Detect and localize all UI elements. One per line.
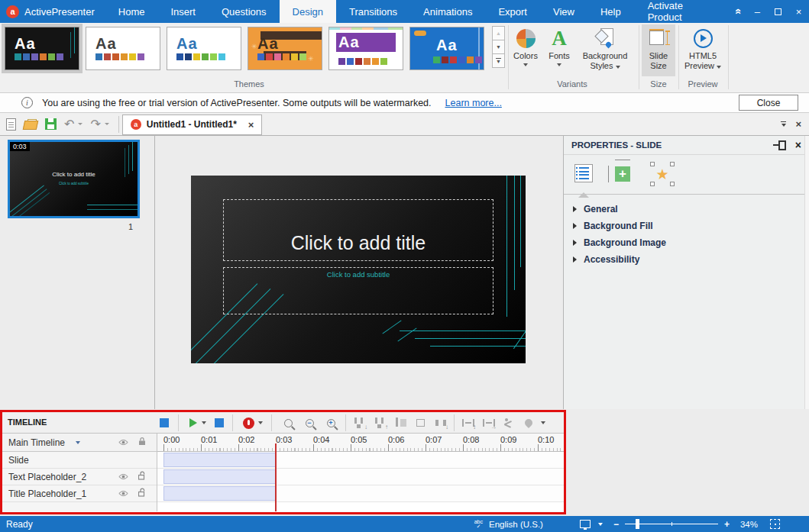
play-dropdown[interactable]	[200, 415, 208, 430]
play-button[interactable]	[186, 415, 201, 430]
properties-close-icon[interactable]: ×	[795, 140, 801, 150]
slide-canvas[interactable]: Click to add title Click to add subtitle	[155, 136, 563, 409]
new-document-icon[interactable]	[6, 118, 16, 131]
open-folder-icon[interactable]	[24, 119, 37, 130]
merge-time-button[interactable]: →	[481, 415, 497, 430]
maximize-button[interactable]	[768, 0, 788, 23]
gallery-more-icon[interactable]: ▼	[492, 53, 505, 68]
record-dropdown[interactable]	[257, 415, 264, 430]
language-indicator[interactable]: English (U.S.)	[489, 520, 543, 529]
notification-close-button[interactable]: Close	[739, 95, 798, 111]
duration-bar-title-placeholder-1[interactable]	[163, 486, 276, 501]
learn-more-link[interactable]: Learn more...	[445, 98, 502, 108]
zoom-in-control[interactable]: +	[724, 519, 730, 530]
insert-time-button[interactable]: ↓	[352, 415, 367, 430]
delete-range-button[interactable]	[393, 415, 409, 430]
duration-bar-slide[interactable]	[163, 453, 276, 467]
slide-thumbnail[interactable]: 0:03 Click to add title Click to add sub…	[8, 140, 140, 218]
tab-general-properties[interactable]	[574, 164, 593, 182]
effect-drop-button[interactable]	[521, 415, 536, 430]
expand-time-button[interactable]: ↕	[461, 415, 476, 430]
timeline-track-slide[interactable]	[157, 452, 564, 469]
theme-thumbnail-light-1[interactable]: Aa	[86, 27, 160, 70]
undo-dropdown-icon[interactable]	[78, 123, 83, 125]
properties-scrollbar[interactable]	[804, 136, 809, 409]
pin-panel-icon[interactable]	[773, 140, 786, 150]
ribbon-tab-view[interactable]: View	[540, 0, 587, 23]
timeline-row-name-title-placeholder-1[interactable]: Title Placeholder_1	[2, 485, 157, 502]
collapse-ribbon-icon[interactable]: »	[726, 0, 747, 23]
ribbon-tab-home[interactable]: Home	[105, 0, 158, 23]
timeline-ruler[interactable]: 0:000:010:020:030:040:050:060:070:080:09…	[157, 434, 564, 452]
section-accessibility[interactable]: Accessibility	[564, 251, 809, 268]
zoom-out-button[interactable]: −	[302, 415, 317, 430]
theme-thumbnail-purple-banner[interactable]: Aa	[328, 27, 403, 70]
ribbon-tab-insert[interactable]: Insert	[157, 0, 209, 23]
record-narration-button[interactable]	[241, 415, 256, 430]
effects-dropdown[interactable]	[539, 415, 547, 430]
ribbon-tab-animations[interactable]: Animations	[410, 0, 485, 23]
slide-size-button[interactable]: Slide Size	[642, 24, 675, 76]
minimize-button[interactable]: –	[747, 0, 768, 23]
zoom-in-button[interactable]: +	[323, 415, 338, 430]
title-placeholder[interactable]: Click to add title	[223, 199, 493, 261]
html5-preview-button[interactable]: HTML5 Preview	[680, 24, 726, 76]
row-unlock-icon[interactable]	[138, 471, 146, 482]
timeline-eye-icon[interactable]	[118, 437, 128, 448]
activate-product-button[interactable]: Activate Product	[634, 0, 726, 23]
playhead[interactable]	[275, 443, 277, 511]
subtitle-placeholder[interactable]: Click to add subtitle	[223, 267, 493, 314]
tab-list-icon[interactable]	[781, 121, 786, 127]
zoom-slider[interactable]	[625, 519, 718, 529]
ribbon-tab-help[interactable]: Help	[587, 0, 634, 23]
tab-size-properties[interactable]	[613, 164, 633, 184]
save-icon[interactable]	[45, 118, 57, 130]
duration-bar-text-placeholder-2[interactable]	[163, 469, 276, 484]
section-background-image[interactable]: Background Image	[564, 234, 809, 251]
split-button[interactable]: ↓	[433, 415, 448, 430]
timeline-lock-icon[interactable]	[138, 437, 146, 448]
timeline-row-name-slide[interactable]: Slide	[2, 452, 157, 469]
fit-to-window-icon[interactable]	[770, 519, 780, 529]
tab-interactivity[interactable]: ★	[652, 164, 672, 184]
ribbon-tab-questions[interactable]: Questions	[209, 0, 280, 23]
timeline-panes-button[interactable]	[157, 415, 172, 430]
theme-thumbnail-blue[interactable]: Aa	[409, 27, 484, 70]
stop-button[interactable]	[212, 415, 227, 430]
gallery-scroll-down-icon[interactable]: ▼	[492, 40, 505, 54]
theme-thumbnail-circuit-dark[interactable]: Aa	[5, 27, 79, 70]
document-tab[interactable]: a Untitled1 - Untitled1* ×	[122, 114, 263, 135]
theme-thumbnail-light-blue[interactable]: Aa	[167, 27, 241, 70]
section-general[interactable]: General	[564, 201, 809, 218]
zoom-out-control[interactable]: −	[613, 519, 619, 530]
view-mode-dropdown-icon[interactable]	[598, 523, 603, 526]
colors-button[interactable]: Colors	[509, 24, 542, 76]
timeline-track-title-placeholder-1[interactable]	[157, 485, 564, 502]
close-window-button[interactable]: ×	[788, 0, 809, 23]
redo-button[interactable]: ↷	[90, 118, 100, 131]
spellcheck-icon[interactable]: abc✓	[474, 520, 483, 529]
animation-effect-button[interactable]	[501, 415, 516, 430]
redo-dropdown-icon[interactable]	[105, 123, 109, 125]
ribbon-tab-design[interactable]: Design	[280, 0, 336, 23]
background-styles-button[interactable]: Background Styles	[576, 24, 634, 76]
slide-editing-surface[interactable]: Click to add title Click to add subtitle	[191, 176, 526, 363]
gallery-scroll-up-icon[interactable]: ▲	[492, 26, 505, 40]
document-tab-close-icon[interactable]: ×	[248, 119, 254, 131]
zoom-fit-button[interactable]	[280, 415, 296, 430]
crop-button[interactable]	[413, 415, 429, 430]
timeline-track-text-placeholder-2[interactable]	[157, 469, 564, 485]
timeline-selector[interactable]: Main Timeline	[2, 434, 157, 452]
tab-bar-close-icon[interactable]: ×	[795, 118, 801, 130]
zoom-slider-handle[interactable]	[636, 519, 639, 529]
timeline-row-name-text-placeholder-2[interactable]: Text Placeholder_2	[2, 469, 157, 485]
view-mode-icon[interactable]	[580, 520, 591, 528]
section-background-fill[interactable]: Background Fill	[564, 218, 809, 234]
undo-button[interactable]: ↶	[64, 118, 74, 131]
row-eye-icon[interactable]	[118, 472, 128, 482]
row-unlock-icon[interactable]	[138, 488, 146, 499]
ribbon-tab-transitions[interactable]: Transitions	[336, 0, 410, 23]
theme-thumbnail-winter-orange[interactable]: Aa✳✳	[248, 27, 322, 70]
row-eye-icon[interactable]	[118, 488, 128, 499]
ribbon-tab-export[interactable]: Export	[485, 0, 540, 23]
